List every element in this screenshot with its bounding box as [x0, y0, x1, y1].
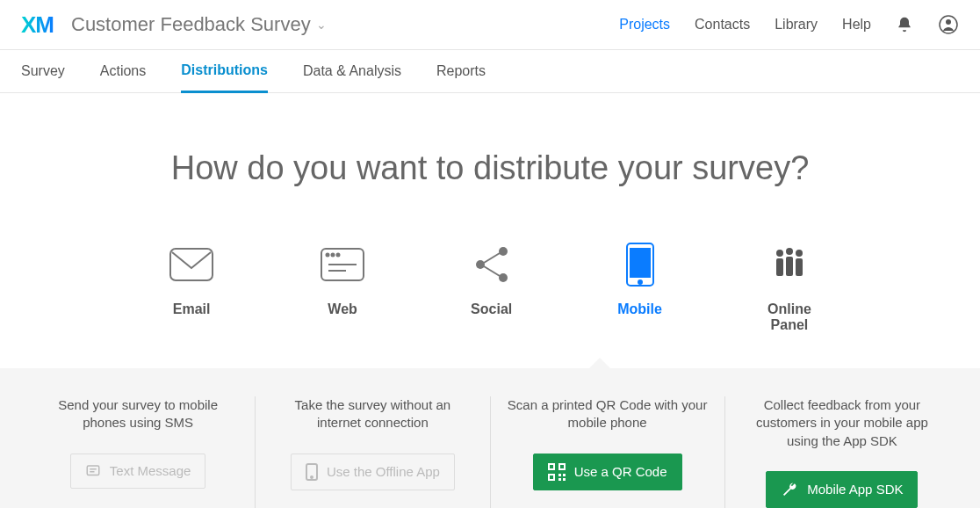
text-message-button[interactable]: Text Message	[70, 454, 206, 489]
tab-actions[interactable]: Actions	[100, 50, 146, 92]
svg-rect-20	[786, 257, 793, 276]
tab-survey[interactable]: Survey	[21, 50, 65, 92]
card-qr: Scan a printed QR Code with your mobile …	[491, 396, 725, 508]
svg-rect-2	[170, 249, 213, 280]
channel-email[interactable]: Email	[169, 243, 214, 333]
svg-point-5	[332, 254, 335, 257]
chevron-down-icon: ⌄	[316, 18, 327, 32]
subnav: Survey Actions Distributions Data & Anal…	[0, 49, 980, 93]
nav-projects[interactable]: Projects	[619, 17, 670, 33]
svg-point-10	[476, 260, 485, 269]
svg-rect-31	[550, 465, 553, 468]
bell-icon[interactable]	[896, 16, 913, 33]
nav-contacts[interactable]: Contacts	[695, 17, 750, 33]
phone-icon	[625, 243, 655, 286]
device-icon	[306, 463, 318, 481]
svg-rect-32	[560, 465, 564, 468]
qr-code-button[interactable]: Use a QR Code	[533, 454, 682, 490]
channel-web-label: Web	[328, 301, 357, 317]
text-message-button-label: Text Message	[110, 463, 191, 478]
card-sms-desc: Send your survey to mobile phones using …	[37, 396, 239, 432]
svg-rect-37	[563, 478, 566, 481]
channel-online-panel-label: Online Panel	[767, 301, 811, 333]
project-title-text: Customer Feedback Survey	[71, 13, 311, 36]
svg-rect-34	[558, 474, 561, 476]
nav-help[interactable]: Help	[842, 17, 871, 33]
email-icon	[169, 243, 214, 286]
svg-line-12	[484, 253, 500, 263]
channel-social[interactable]: Social	[471, 243, 512, 333]
channel-mobile-label: Mobile	[617, 301, 662, 317]
qr-code-button-label: Use a QR Code	[574, 464, 667, 479]
card-offline-desc: Take the survey without an internet conn…	[271, 396, 473, 432]
offline-app-button-label: Use the Offline App	[327, 464, 440, 479]
tab-data-analysis[interactable]: Data & Analysis	[303, 50, 401, 92]
svg-rect-23	[87, 466, 99, 475]
svg-point-9	[499, 247, 508, 256]
logo[interactable]: XM	[21, 11, 54, 39]
svg-rect-33	[550, 475, 553, 479]
mobile-options-panel: Send your survey to mobile phones using …	[0, 368, 980, 508]
svg-rect-15	[631, 249, 650, 277]
card-sdk-desc: Collect feedback from your customers in …	[741, 396, 943, 450]
svg-rect-18	[776, 258, 783, 276]
nav-library[interactable]: Library	[775, 17, 818, 33]
channel-email-label: Email	[173, 301, 211, 317]
card-sdk: Collect feedback from your customers in …	[725, 396, 959, 508]
channel-social-label: Social	[471, 301, 512, 317]
svg-rect-36	[558, 478, 561, 481]
svg-point-21	[796, 250, 803, 257]
browser-icon	[320, 243, 365, 286]
mobile-sdk-button-label: Mobile App SDK	[807, 482, 903, 497]
card-qr-desc: Scan a printed QR Code with your mobile …	[507, 396, 709, 432]
tab-reports[interactable]: Reports	[436, 50, 486, 92]
page-headline: How do you want to distribute your surve…	[0, 149, 980, 187]
wrench-icon	[781, 481, 798, 498]
svg-point-16	[638, 280, 642, 284]
panel-icon	[767, 243, 811, 286]
card-offline: Take the survey without an internet conn…	[256, 396, 490, 508]
svg-point-1	[946, 19, 951, 25]
project-title-dropdown[interactable]: Customer Feedback Survey ⌄	[71, 13, 327, 36]
card-sms: Send your survey to mobile phones using …	[21, 396, 256, 508]
svg-point-4	[327, 254, 329, 257]
topbar: XM Customer Feedback Survey ⌄ Projects C…	[0, 0, 980, 49]
svg-point-17	[776, 250, 783, 257]
channel-selector: Email Web Social Mobile Online Panel	[0, 243, 980, 333]
mobile-sdk-button[interactable]: Mobile App SDK	[766, 471, 918, 508]
svg-point-6	[337, 254, 340, 257]
svg-point-27	[311, 476, 313, 478]
tab-distributions[interactable]: Distributions	[181, 51, 268, 93]
svg-point-19	[786, 248, 793, 255]
channel-mobile[interactable]: Mobile	[617, 243, 662, 333]
offline-app-button[interactable]: Use the Offline App	[291, 454, 455, 490]
channel-online-panel[interactable]: Online Panel	[767, 243, 811, 333]
svg-point-11	[499, 273, 508, 282]
user-avatar-icon[interactable]	[938, 14, 959, 35]
svg-line-13	[484, 266, 500, 276]
text-message-icon	[85, 463, 101, 479]
channel-web[interactable]: Web	[320, 243, 365, 333]
svg-rect-22	[796, 258, 803, 276]
qr-icon	[548, 463, 566, 481]
svg-rect-35	[563, 474, 566, 476]
share-icon	[472, 243, 512, 286]
top-nav: Projects Contacts Library Help	[619, 14, 959, 35]
